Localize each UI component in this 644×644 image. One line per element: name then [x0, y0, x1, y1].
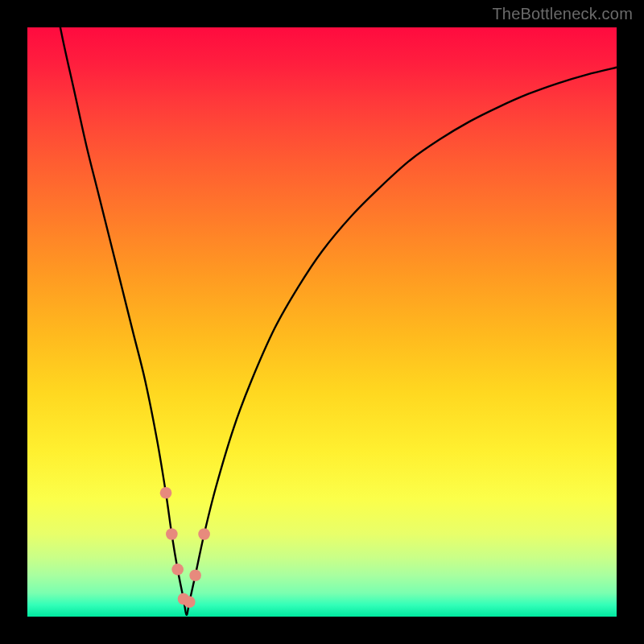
curve-layer [27, 27, 617, 617]
curve-marker [166, 528, 178, 540]
chart-frame: TheBottleneck.com [0, 0, 644, 644]
curve-marker [189, 569, 201, 581]
curve-marker [171, 564, 184, 576]
watermark-text: TheBottleneck.com [492, 5, 633, 23]
curve-marker [198, 528, 210, 540]
curve-marker [160, 487, 172, 499]
plot-area [27, 27, 617, 617]
bottleneck-curve [51, 27, 617, 615]
curve-marker [184, 596, 196, 608]
